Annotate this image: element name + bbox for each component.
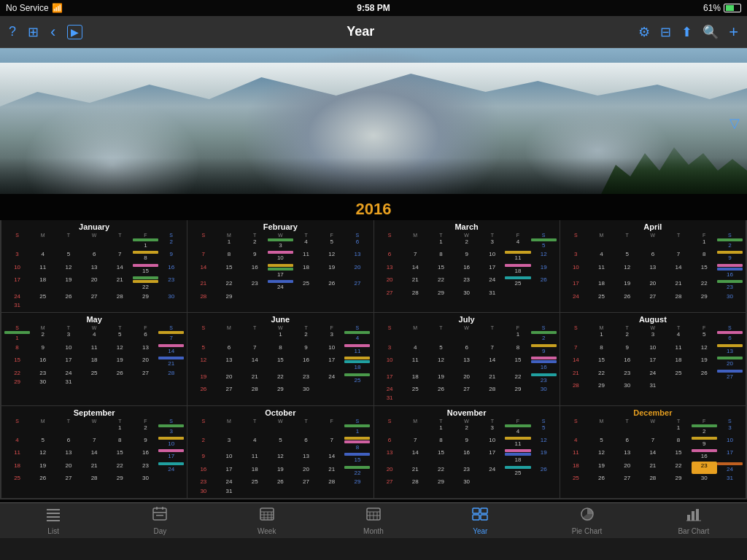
calendar-day[interactable]: 9 (133, 436, 158, 448)
calendar-day[interactable]: 31 (479, 289, 505, 298)
tab-day[interactable]: Day (107, 503, 213, 538)
calendar-day[interactable]: 25 (82, 369, 107, 378)
calendar-day[interactable]: 5 (428, 343, 454, 356)
calendar-day[interactable]: 4 (589, 250, 614, 262)
calendar-day[interactable]: 31 (4, 301, 30, 310)
calendar-day[interactable]: 3 (717, 424, 743, 436)
calendar-day[interactable]: 7 (82, 436, 107, 448)
calendar-day[interactable]: 15 (133, 263, 158, 276)
calendar-day[interactable]: 26 (55, 292, 81, 301)
calendar-day[interactable]: 21 (242, 373, 268, 385)
calendar-day[interactable]: 13 (293, 452, 319, 464)
calendar-day[interactable]: 4 (563, 436, 589, 448)
calendar-day[interactable]: 26 (268, 478, 293, 486)
calendar-day[interactable]: 5 (531, 238, 557, 250)
calendar-day[interactable]: 2 (190, 436, 216, 452)
calendar-day[interactable]: 31 (717, 474, 743, 483)
calendar-day[interactable]: 12 (319, 250, 344, 262)
calendar-day[interactable]: 18 (589, 279, 614, 292)
calendar-day[interactable]: 25 (30, 292, 55, 301)
calendar-day[interactable]: 25 (505, 276, 530, 288)
calendar-day[interactable]: 3 (4, 250, 30, 262)
calendar-day[interactable]: 18 (505, 263, 530, 276)
calendar-day[interactable]: 9 (158, 250, 184, 262)
calendar-day[interactable]: 5 (30, 436, 55, 448)
calendar-day[interactable]: 4 (665, 330, 691, 343)
calendar-day[interactable]: 1 (107, 424, 133, 436)
calendar-day[interactable]: 26 (428, 385, 454, 394)
calendar-day[interactable]: 29 (133, 292, 158, 301)
calendar-day[interactable]: 11 (293, 250, 319, 262)
calendar-day[interactable]: 23 (717, 279, 743, 292)
calendar-day[interactable]: 14 (665, 263, 691, 279)
calendar-day[interactable]: 13 (55, 448, 81, 461)
calendar-day[interactable]: 12 (107, 343, 133, 356)
calendar-day[interactable]: 13 (454, 356, 479, 372)
calendar-day[interactable]: 17 (377, 373, 403, 385)
tab-barchart[interactable]: Bar Chart (640, 503, 747, 538)
calendar-day[interactable]: 11 (242, 452, 268, 464)
calendar-day[interactable]: 17 (268, 263, 293, 279)
month-may[interactable]: MaySMTWTFS123456789101112131415161718192… (1, 313, 187, 405)
calendar-day[interactable]: 21 (563, 369, 589, 381)
tab-piechart[interactable]: Pie Chart (533, 503, 640, 538)
calendar-day[interactable]: 29 (268, 385, 293, 394)
calendar-day[interactable]: 18 (242, 465, 268, 478)
calendar-day[interactable]: 25 (589, 292, 614, 301)
calendar-day[interactable]: 14 (403, 448, 428, 464)
calendar-day[interactable]: 2 (158, 238, 184, 250)
calendar-day[interactable]: 3 (563, 250, 589, 262)
calendar-day[interactable]: 16 (242, 263, 268, 279)
calendar-day[interactable]: 7 (158, 330, 184, 343)
calendar-day[interactable]: 21 (403, 465, 428, 478)
calendar-day[interactable]: 4 (242, 436, 268, 452)
calendar-day[interactable]: 10 (319, 343, 344, 356)
calendar-day[interactable]: 24 (216, 478, 241, 486)
calendar-day[interactable]: 11 (4, 448, 30, 461)
calendar-day[interactable]: 17 (158, 448, 184, 461)
calendar-day[interactable]: 17 (4, 276, 30, 292)
calendar-day[interactable]: 7 (640, 436, 665, 448)
calendar-day[interactable]: 23 (454, 276, 479, 288)
calendar-day[interactable]: 21 (640, 462, 665, 474)
calendar-day[interactable]: 9 (454, 250, 479, 262)
search-icon[interactable]: 🔍 (703, 24, 719, 40)
calendar-day[interactable]: 10 (717, 436, 743, 448)
calendar-day[interactable]: 27 (377, 289, 403, 298)
calendar-day[interactable]: 20 (293, 465, 319, 478)
calendar-day[interactable]: 20 (614, 462, 640, 474)
calendar-day[interactable]: 18 (563, 462, 589, 474)
calendar-day[interactable]: 15 (692, 263, 717, 279)
calendar-day[interactable]: 22 (268, 373, 293, 385)
calendar-day[interactable]: 23 (242, 279, 268, 292)
calendar-day[interactable]: 27 (82, 292, 107, 301)
calendar-day[interactable]: 8 (268, 343, 293, 356)
calendar-day[interactable]: 9 (454, 436, 479, 448)
calendar-day[interactable]: 10 (479, 436, 505, 448)
calendar-day[interactable]: 24 (319, 373, 344, 385)
calendar-day[interactable]: 3 (216, 436, 241, 452)
calendar-day[interactable]: 18 (665, 356, 691, 368)
calendar-day[interactable]: 27 (133, 369, 158, 378)
calendar-day[interactable]: 5 (268, 436, 293, 452)
calendar-day[interactable]: 30 (190, 487, 216, 496)
calendar-day[interactable]: 9 (717, 250, 743, 262)
calendar-day[interactable]: 2 (454, 424, 479, 436)
calendar-day[interactable]: 15 (428, 263, 454, 276)
calendar-day[interactable]: 29 (4, 378, 30, 386)
calendar-day[interactable]: 6 (377, 250, 403, 262)
calendar-day[interactable]: 14 (403, 263, 428, 276)
calendar-day[interactable]: 13 (344, 250, 370, 262)
calendar-day[interactable]: 19 (319, 263, 344, 279)
calendar-day[interactable]: 2 (717, 238, 743, 250)
calendar-day[interactable]: 12 (428, 356, 454, 372)
calendar-day[interactable]: 5 (107, 330, 133, 343)
calendar-day[interactable]: 9 (242, 250, 268, 262)
calendar-day[interactable]: 2 (454, 238, 479, 250)
calendar-day[interactable]: 12 (692, 343, 717, 356)
calendar-day[interactable]: 13 (82, 263, 107, 276)
month-august[interactable]: AugustSMTWTFS123456789101112131415161718… (560, 313, 746, 405)
month-june[interactable]: JuneSMTWTFS12345678910111213141516171819… (187, 313, 373, 405)
calendar-day[interactable]: 20 (454, 373, 479, 385)
forward-button[interactable]: ▶ (67, 25, 82, 39)
